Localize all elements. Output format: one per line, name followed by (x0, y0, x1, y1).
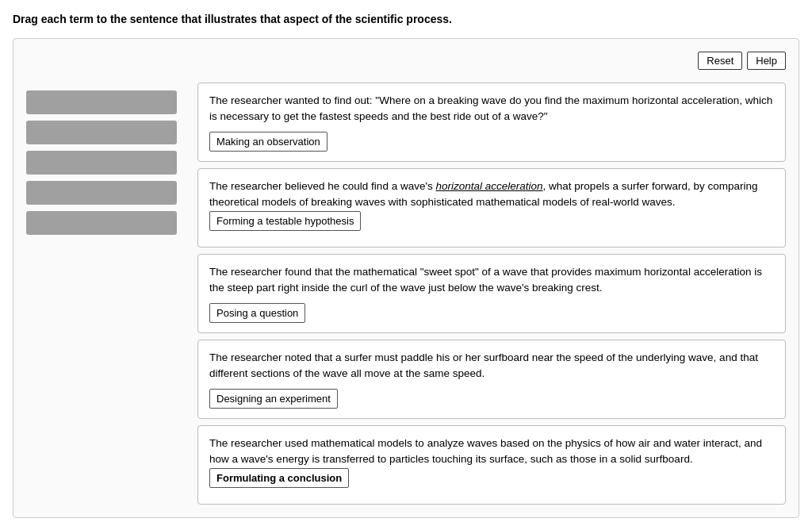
drag-slot-1[interactable] (26, 90, 177, 114)
instructions-text: Drag each term to the sentence that illu… (13, 13, 799, 25)
main-area: Reset Help The researcher wanted to find… (13, 38, 799, 518)
term-badge-4[interactable]: Designing an experiment (209, 389, 338, 409)
sentence-text-5: The researcher used mathematical models … (209, 436, 774, 488)
drag-slot-3[interactable] (26, 151, 177, 175)
toolbar: Reset Help (26, 52, 786, 70)
sentences-area: The researcher wanted to find out: "Wher… (197, 83, 786, 505)
sentence-card-3: The researcher found that the mathematic… (197, 254, 786, 333)
sentence-text-3: The researcher found that the mathematic… (209, 264, 774, 297)
drag-slot-2[interactable] (26, 121, 177, 144)
sentence-text-1: The researcher wanted to find out: "Wher… (209, 93, 774, 125)
sentence-card-4: The researcher noted that a surfer must … (197, 340, 786, 419)
content-area: The researcher wanted to find out: "Wher… (26, 83, 786, 505)
term-badge-3[interactable]: Posing a question (209, 303, 305, 324)
reset-button[interactable]: Reset (698, 52, 742, 70)
sentence-card-5: The researcher used mathematical models … (197, 425, 786, 505)
drag-slot-5[interactable] (26, 211, 177, 235)
help-button[interactable]: Help (747, 52, 786, 70)
term-badge-5[interactable]: Formulating a conclusion (209, 468, 349, 489)
sentence-text-2: The researcher believed he could find a … (209, 179, 774, 231)
sentence-card-2: The researcher believed he could find a … (197, 168, 786, 248)
page-container: Drag each term to the sentence that illu… (0, 0, 812, 526)
drag-slot-4[interactable] (26, 181, 177, 205)
sentence-card-1: The researcher wanted to find out: "Wher… (197, 83, 786, 162)
sentence-text-4: The researcher noted that a surfer must … (209, 350, 774, 382)
drag-terms-panel (26, 83, 185, 505)
term-badge-2[interactable]: Forming a testable hypothesis (209, 211, 361, 232)
term-badge-1[interactable]: Making an observation (209, 132, 327, 152)
